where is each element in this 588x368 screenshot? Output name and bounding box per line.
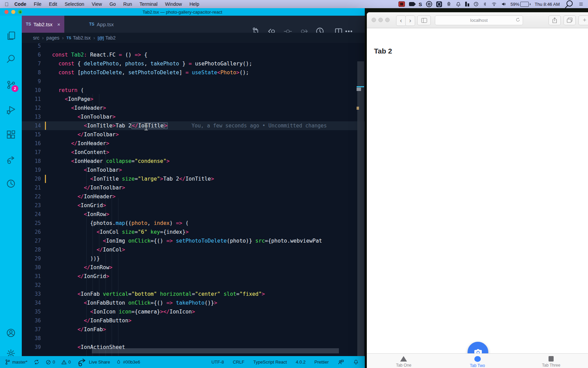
menubar-bell-icon[interactable] — [456, 1, 461, 7]
activity-files-icon[interactable] — [6, 31, 16, 41]
safari-zoom-button[interactable] — [385, 18, 390, 22]
activity-history-icon[interactable] — [6, 179, 16, 189]
status-item-4.0.2[interactable]: 4.0.2 — [296, 359, 306, 365]
code-line-15[interactable]: 15 </IonToolbar> — [22, 130, 365, 139]
code-line-10[interactable]: 10 return ( — [22, 86, 365, 95]
code-line-16[interactable]: 16 </IonHeader> — [22, 139, 365, 148]
status-item-crlf[interactable]: CRLF — [233, 359, 244, 365]
status-item-feedback-icon[interactable] — [338, 359, 344, 365]
activity-extensions-icon[interactable] — [6, 129, 16, 140]
safari-minimize-button[interactable] — [378, 18, 383, 22]
status-item-prettier[interactable]: Prettier — [314, 359, 329, 365]
apple-menu-icon[interactable]:  — [5, 1, 9, 7]
zoom-window-button[interactable] — [18, 10, 22, 14]
tab-tab-one[interactable]: Tab One — [367, 354, 441, 368]
code-line-6[interactable]: 6const Tab2: React.FC = () => { — [22, 50, 365, 59]
code-line-37[interactable]: 37 </IonFab> — [22, 325, 365, 334]
code-line-14[interactable]: 14 <IonTitle>Tab 2</IonTitle>You, a few … — [22, 121, 365, 130]
show-tabs-button[interactable] — [564, 15, 576, 25]
code-line-27[interactable]: 27 <IonImg onClick={() => setPhotoToDele… — [22, 236, 365, 245]
menu-help[interactable]: Help — [186, 1, 203, 7]
menu-code[interactable]: Code — [11, 1, 30, 7]
code-line-36[interactable]: 36 </IonFabButton> — [22, 316, 365, 325]
menu-edit[interactable]: Edit — [45, 1, 61, 7]
forward-button[interactable]: › — [405, 15, 415, 26]
code-line-33[interactable]: 33 <IonFab vertical="bottom" horizontal=… — [22, 290, 365, 298]
code-line-34[interactable]: 34 <IonFabButton onClick={() => takePhot… — [22, 298, 365, 307]
menubar-rings-icon[interactable] — [426, 1, 432, 7]
breadcrumb-item-tab2.tsx[interactable]: ›TSTab2.tsx — [60, 35, 91, 41]
status-item-0[interactable]: 0 — [61, 359, 71, 365]
menubar-film-icon[interactable] — [398, 1, 405, 7]
tab-tab-three[interactable]: Tab Three — [514, 354, 588, 368]
status-item-sync-icon[interactable] — [34, 359, 39, 365]
status-item-0[interactable]: 0 — [46, 359, 55, 365]
code-line-20[interactable]: 20 <IonTitle size="large">Tab 2</IonTitl… — [22, 174, 365, 183]
menubar-bluetooth-icon[interactable] — [483, 1, 487, 7]
code-line-32[interactable]: 32 — [22, 281, 365, 290]
code-line-19[interactable]: 19 <IonToolbar> — [22, 166, 365, 174]
vscode-titlebar[interactable]: Tab2.tsx — photo-gallery-capacitor-react — [0, 8, 365, 16]
menubar-rocket-icon[interactable] — [446, 1, 452, 7]
new-tab-button[interactable]: + — [578, 15, 588, 25]
code-line-17[interactable]: 17 <IonContent> — [22, 148, 365, 157]
menubar-camera-icon[interactable] — [409, 1, 414, 7]
editor-tab-app.tsx[interactable]: TSApp.tsx — [85, 16, 118, 33]
menu-file[interactable]: File — [30, 1, 45, 7]
menubar-s-letter-icon[interactable]: S — [419, 1, 422, 7]
activity-account-icon[interactable] — [6, 328, 16, 338]
battery-indicator[interactable]: 59% — [510, 1, 530, 7]
safari-close-button[interactable] — [372, 18, 376, 22]
code-editor[interactable]: 56const Tab2: React.FC = () => {7 const … — [22, 43, 365, 356]
code-line-25[interactable]: 25 {photos.map((photo, index) => ( — [22, 219, 365, 228]
menu-selection[interactable]: Selection — [61, 1, 88, 7]
code-line-35[interactable]: 35 <IonIcon icon={camera}></IonIcon> — [22, 307, 365, 316]
editor-tab-tab2.tsx[interactable]: TSTab2.tsx× — [22, 16, 64, 33]
code-line-38[interactable]: 38 — [22, 334, 365, 343]
menubar-volume-icon[interactable] — [501, 1, 506, 7]
menu-run[interactable]: Run — [119, 1, 136, 7]
code-line-8[interactable]: 8 const [photoToDelete, setPhotoToDelete… — [22, 68, 365, 77]
code-line-31[interactable]: 31 </IonGrid> — [22, 272, 365, 281]
code-line-11[interactable]: 11 <IonPage> — [22, 95, 365, 104]
code-line-12[interactable]: 12 <IonHeader> — [22, 104, 365, 112]
code-line-24[interactable]: 24 <IonRow> — [22, 210, 365, 219]
menubar-clock[interactable]: Thu 8:46 AM — [535, 1, 560, 7]
breadcrumb-item-tab2[interactable]: ›[@]Tab2 — [91, 35, 115, 41]
code-line-13[interactable]: 13 <IonToolbar> — [22, 112, 365, 121]
menubar-list-icon[interactable] — [578, 1, 584, 7]
activity-run-debug-icon[interactable] — [6, 105, 16, 115]
menubar-wifi-icon[interactable] — [491, 1, 497, 7]
back-button[interactable]: ‹ — [396, 15, 406, 26]
activity-search-icon[interactable] — [6, 53, 16, 64]
code-line-9[interactable]: 9 — [22, 77, 365, 86]
menu-window[interactable]: Window — [161, 1, 186, 7]
code-line-29[interactable]: 29 ))} — [22, 254, 365, 263]
menubar-app-square-icon[interactable] — [436, 1, 442, 7]
tab-tab-two[interactable]: Tab Two — [441, 354, 514, 368]
menubar-bars-icon[interactable] — [465, 1, 469, 7]
breadcrumb-item-src[interactable]: src — [33, 35, 39, 41]
status-item-live-share[interactable]: Live Share — [77, 357, 110, 367]
code-line-26[interactable]: 26 <IonCol size="6" key={index}> — [22, 228, 365, 236]
status-item-utf-8[interactable]: UTF-8 — [211, 359, 224, 365]
minimize-window-button[interactable] — [11, 10, 15, 14]
menu-terminal[interactable]: Terminal — [136, 1, 161, 7]
menu-view[interactable]: View — [88, 1, 106, 7]
breadcrumb-item-pages[interactable]: ›pages — [39, 35, 60, 41]
share-button[interactable] — [549, 15, 561, 25]
menubar-clock-face-icon[interactable] — [473, 1, 479, 7]
status-item-typescript-react[interactable]: TypeScript React — [253, 359, 287, 365]
activity-live-share-icon[interactable] — [6, 155, 16, 165]
code-line-7[interactable]: 7 const { deletePhoto, photos, takePhoto… — [22, 59, 365, 68]
reload-icon[interactable] — [516, 17, 520, 22]
code-line-28[interactable]: 28 </IonCol> — [22, 245, 365, 254]
menubar-search-icon[interactable] — [564, 1, 574, 7]
sidebar-button[interactable] — [417, 15, 431, 25]
close-window-button[interactable] — [4, 10, 9, 14]
code-line-18[interactable]: 18 <IonHeader collapse="condense"> — [22, 157, 365, 166]
address-bar[interactable]: localhost — [435, 15, 523, 25]
code-line-22[interactable]: 22 </IonHeader> — [22, 192, 365, 201]
status-item-#00b3e6[interactable]: #00b3e6 — [116, 359, 140, 365]
vertical-scrollbar[interactable] — [357, 61, 364, 356]
